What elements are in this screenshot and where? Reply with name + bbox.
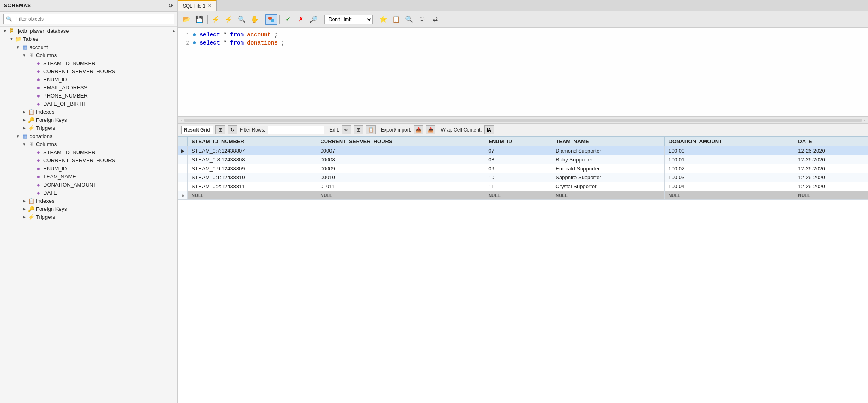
table-row[interactable]: STEAM_0:8:124388080000808Ruby Supporter1… [178,155,868,164]
tree-item-col-d-steam-id[interactable]: ◆ STEAM_ID_NUMBER [0,148,177,156]
account-triggers-icon: ⚡ [27,125,35,131]
tree-item-col-server-hours[interactable]: ◆ CURRENT_SERVER_HOURS [0,67,177,75]
tree-item-col-d-donation[interactable]: ◆ DONATION_AMOUNT [0,180,177,189]
col-d-steam-id-icon: ◆ [35,149,42,155]
edit-pencil-btn[interactable]: ✏ [342,125,351,134]
toolbar: 📂 💾 ⚡ ⚡ 🔍 ✋ ✓ ✗ 🔎 Don't Limit 1000 rows … [178,11,868,28]
code-text-2: select * from donations ; [200,40,289,46]
tree-item-donations[interactable]: ▼ ▦ donations [0,132,177,140]
execute-current-btn[interactable]: ⚡ [223,14,235,25]
table-row[interactable]: ▶STEAM_0:7:124388070000707Diamond Suppor… [178,146,868,155]
table-row[interactable]: STEAM_0:1:124388100001010Sapphire Suppor… [178,173,868,182]
sql-tab[interactable]: SQL File 1 ✕ [178,0,217,11]
col-d-team-name-label: TEAM_NAME [43,174,76,180]
wrap-btn[interactable]: IA [484,125,494,134]
donations-fk-icon: 🔑 [27,206,35,212]
stop-btn[interactable]: ✋ [249,14,261,25]
col-header-team[interactable]: TEAM_NAME [551,137,664,146]
tree-item-account[interactable]: ▼ ▦ account [0,43,177,51]
tab-close-btn[interactable]: ✕ [208,3,211,8]
col-header-date[interactable]: DATE [794,137,868,146]
col-email-icon: ◆ [35,84,42,91]
open-file-btn[interactable]: 📂 [180,14,192,25]
result-grid-tab[interactable]: Result Grid [181,126,213,134]
tree-item-donations-triggers[interactable]: ▶ ⚡ Triggers [0,213,177,221]
col-header-steam-id[interactable]: STEAM_ID_NUMBER [188,137,316,146]
export-btn[interactable]: 📤 [414,125,423,134]
filter-objects-input[interactable] [14,15,171,23]
tree-item-col-d-server-hours[interactable]: ◆ CURRENT_SERVER_HOURS [0,156,177,164]
tree-item-col-email[interactable]: ◆ EMAIL_ADDRESS [0,83,177,91]
tree-item-col-dob[interactable]: ◆ DATE_OF_BIRTH [0,100,177,108]
inspect-btn[interactable]: 🔎 [308,14,320,25]
scroll-left-arrow[interactable]: ‹ [180,118,184,122]
filter-rows-input[interactable] [268,126,324,134]
tree-item-donations-fk[interactable]: ▶ 🔑 Foreign Keys [0,205,177,213]
col-phone-label: PHONE_NUMBER [43,93,88,99]
account-fk-label: Foreign Keys [36,117,67,123]
help-btn[interactable]: ⇄ [429,14,441,25]
tree-item-donations-indexes[interactable]: ▶ 📋 Indexes [0,197,177,205]
snippets-btn[interactable]: ① [416,14,428,25]
limit-select[interactable]: Don't Limit 1000 rows 500 rows 200 rows … [324,15,373,24]
tree-item-tables[interactable]: ▼ 📁 Tables [0,35,177,43]
h-scrollbar[interactable] [184,119,862,122]
col-header-hours[interactable]: CURRENT_SERVER_HOURS [316,137,484,146]
tree-item-account-fk[interactable]: ▶ 🔑 Foreign Keys [0,116,177,124]
tree-item-account-indexes[interactable]: ▶ 📋 Indexes [0,108,177,116]
table-cell: 12-26-2020 [794,146,868,155]
tree-item-account-triggers[interactable]: ▶ ⚡ Triggers [0,124,177,132]
save-file-btn[interactable]: 💾 [193,14,205,25]
tree-item-col-d-date[interactable]: ◆ DATE [0,189,177,197]
rollback-btn[interactable]: ✗ [295,14,307,25]
tree-item-col-steam-id[interactable]: ◆ STEAM_ID_NUMBER [0,59,177,67]
donations-columns-icon: ⊞ [27,141,35,147]
table-cell: 100.03 [664,173,794,182]
null-cell: NULL [551,191,664,200]
null-cell: NULL [316,191,484,200]
table-cell: 10 [484,173,551,182]
col-dob-icon: ◆ [35,100,42,107]
commit-btn[interactable]: ✓ [282,14,294,25]
donations-label: donations [30,133,52,139]
edit-form-btn[interactable]: 📋 [366,125,376,134]
tree-item-col-d-team-name[interactable]: ◆ TEAM_NAME [0,172,177,180]
tree-item-col-d-enum-id[interactable]: ◆ ENUM_ID [0,164,177,172]
tree-item-account-columns[interactable]: ▼ ⊞ Columns [0,51,177,59]
result-sep-3 [438,126,438,134]
search-btn[interactable]: 🔍 [403,14,415,25]
edit-grid-btn[interactable]: ⊞ [354,125,363,134]
sidebar: SCHEMAS ⟳ 🔍 ▼ 🗄 ijwtb_player_database ▲ … [0,0,178,403]
active-btn[interactable] [265,14,277,25]
col-d-enum-id-label: ENUM_ID [43,165,67,172]
table-cell: Sapphire Supporter [551,173,664,182]
expand-arrow-account-trig: ▶ [21,126,27,130]
expand-arrow-tables: ▼ [8,37,15,41]
refresh-icon[interactable]: ⟳ [169,2,173,9]
format-btn[interactable]: 📋 [390,14,402,25]
code-line-2: 2 ● select * from donations ; [178,39,868,47]
import-btn[interactable]: 📥 [426,125,435,134]
sql-editor[interactable]: 1 ● select * from account ; 2 ● select *… [178,28,868,117]
tree-item-donations-columns[interactable]: ▼ ⊞ Columns [0,140,177,148]
scroll-right-arrow[interactable]: › [862,118,866,122]
execute-btn[interactable]: ⚡ [210,14,222,25]
refresh-result-btn[interactable]: ↻ [228,125,237,134]
null-row-bullet: ● [178,191,188,200]
col-header-enum[interactable]: ENUM_ID [484,137,551,146]
col-header-amount[interactable]: DONATION_AMOUNT [664,137,794,146]
main-area: SQL File 1 ✕ 📂 💾 ⚡ ⚡ 🔍 ✋ ✓ ✗ 🔎 Don't Lim… [178,0,868,403]
col-d-steam-id-label: STEAM_ID_NUMBER [43,149,95,155]
grid-view-btn[interactable]: ⊞ [215,125,225,134]
tree-item-col-enum-id[interactable]: ◆ ENUM_ID [0,75,177,83]
tree-item-db[interactable]: ▼ 🗄 ijwtb_player_database ▲ [0,27,177,35]
explain-btn[interactable]: 🔍 [236,14,248,25]
table-cell: 07 [484,146,551,155]
table-row[interactable]: STEAM_0:2:124388110101111Crystal Support… [178,182,868,191]
col-enum-id-icon: ◆ [35,76,42,83]
star-btn[interactable]: ⭐ [377,14,389,25]
tree-item-col-phone[interactable]: ◆ PHONE_NUMBER [0,91,177,100]
expand-arrow-db: ▼ [2,29,8,33]
table-row[interactable]: STEAM_0:9:124388090000909Emerald Support… [178,164,868,173]
db-arrow-up: ▲ [172,29,176,33]
